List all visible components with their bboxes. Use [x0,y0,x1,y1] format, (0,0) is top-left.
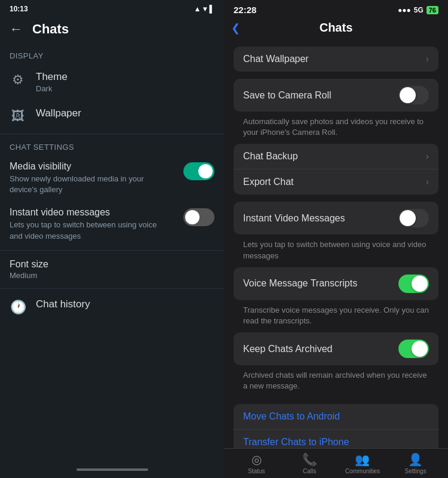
gap-2 [234,196,438,202]
group-instant-video: Instant Video Messages Lets you tap to s… [234,202,438,267]
chat-backup-label: Chat Backup [243,151,298,162]
keep-archived-cell[interactable]: Keep Chats Archived [234,332,438,365]
theme-subtitle: Dark [36,84,67,93]
right-panel: 22:28 ●●● 5G 76 ❮ Chats Chat Wallpaper › [224,0,448,478]
font-size-title: Font size [10,259,214,270]
chat-history-icon: 🕐 [10,300,26,315]
gap-1 [234,73,438,79]
voice-transcripts-toggle[interactable] [398,275,429,293]
chevron-icon-backup: › [426,151,429,162]
communities-tab-label: Communities [345,468,380,474]
wallpaper-icon: 🖼 [10,109,26,124]
right-status-icons: ●●● 5G 76 [398,6,438,14]
keep-archived-toggle[interactable] [398,340,429,358]
settings-tab-icon: 👤 [408,452,423,467]
transfer-chats-iphone-label: Transfer Chats to iPhone [243,437,349,447]
home-indicator [76,468,148,471]
instant-video-cell[interactable]: Instant Video Messages [234,202,438,235]
left-status-bar: 10:13 ▲ ▾ ▌ [0,0,224,16]
left-status-icons: ▲ ▾ ▌ [194,5,214,13]
group-wallpaper: Chat Wallpaper › [234,47,438,72]
chevron-icon: › [426,54,429,64]
group-voice-transcripts: Voice Message Transcripts Transcribe voi… [234,267,438,332]
save-camera-roll-desc: Automatically save photos and videos you… [234,113,438,144]
divider-2 [0,250,224,251]
signal-icon: ▲ [194,5,201,13]
chat-wallpaper-cell[interactable]: Chat Wallpaper › [234,47,438,72]
left-bottom-bar [0,461,224,478]
right-time: 22:28 [234,5,256,15]
chat-history-item[interactable]: 🕐 Chat history [0,291,224,322]
communities-tab-icon: 👥 [355,452,370,467]
ios-content: Chat Wallpaper › Save to Camera Roll Aut… [224,41,448,448]
save-camera-roll-toggle[interactable] [398,86,429,104]
keep-archived-label: Keep Chats Archived [243,344,332,354]
theme-icon: ⚙ [10,72,26,88]
wallpaper-title: Wallpaper [36,107,81,119]
group-camera-roll: Save to Camera Roll Automatically save p… [234,79,438,144]
signal-dots-icon: ●●● [398,6,411,14]
group-transfer: Move Chats to Android Transfer Chats to … [234,404,438,449]
font-size-row[interactable]: Font size Medium [0,253,224,286]
battery-icon: ▌ [209,5,214,13]
status-tab-icon: ◎ [251,452,262,467]
left-panel: 10:13 ▲ ▾ ▌ ← Chats Display ⚙ Theme Dark… [0,0,224,478]
group-backup: Chat Backup › Export Chat › [234,144,438,195]
calls-tab-icon: 📞 [302,452,317,467]
keep-archived-desc: Archived chats will remain archived when… [234,366,438,397]
transfer-chats-iphone-cell[interactable]: Transfer Chats to iPhone [234,430,438,449]
left-time: 10:13 [10,5,28,13]
save-camera-roll-cell[interactable]: Save to Camera Roll [234,79,438,112]
divider-1 [0,134,224,134]
voice-transcripts-desc: Transcribe voice messages you receive. O… [234,301,438,332]
move-chats-android-cell[interactable]: Move Chats to Android [234,404,438,430]
voice-transcripts-cell[interactable]: Voice Message Transcripts [234,267,438,300]
wifi-icon: ▾ [203,5,207,13]
group-keep-archived: Keep Chats Archived Archived chats will … [234,332,438,397]
chat-backup-cell[interactable]: Chat Backup › [234,144,438,169]
chat-wallpaper-label: Chat Wallpaper [243,54,309,64]
instant-video-title: Instant video messages [10,207,171,218]
media-visibility-title: Media visibility [10,161,171,172]
display-section-label: Display [0,45,224,64]
instant-video-desc: Lets you tap to switch between using voi… [10,220,171,241]
right-page-title: Chats [234,21,438,35]
network-label: 5G [414,6,424,14]
tab-communities[interactable]: 👥 Communities [345,452,381,474]
voice-transcripts-label: Voice Message Transcripts [243,278,357,289]
settings-tab-label: Settings [405,468,426,474]
chat-history-title: Chat history [36,298,90,310]
page-title: Chats [32,21,69,37]
save-camera-roll-label: Save to Camera Roll [243,90,332,101]
chevron-icon-export: › [426,177,429,187]
media-visibility-row: Media visibility Show newly downloaded m… [0,155,224,201]
instant-video-row: Instant video messages Lets you tap to s… [0,201,224,247]
instant-video-ios-desc: Lets you tap to switch between using voi… [234,236,438,267]
right-back-button[interactable]: ❮ [231,21,240,35]
tab-settings[interactable]: 👤 Settings [398,452,434,474]
theme-item[interactable]: ⚙ Theme Dark [0,64,224,100]
divider-3 [0,288,224,289]
wallpaper-item[interactable]: 🖼 Wallpaper [0,100,224,131]
tab-status[interactable]: ◎ Status [238,452,274,474]
instant-video-ios-toggle[interactable] [398,209,429,227]
ios-bottom-bar: ◎ Status 📞 Calls 👥 Communities 👤 Setting… [224,448,448,478]
left-header: ← Chats [0,16,224,45]
media-visibility-toggle[interactable] [183,162,214,180]
status-tab-label: Status [248,468,265,474]
chat-settings-section-label: Chat settings [0,137,224,155]
back-button[interactable]: ← [10,21,23,37]
instant-video-toggle[interactable] [183,208,214,226]
export-chat-label: Export Chat [243,177,293,187]
media-visibility-desc: Show newly downloaded media in your devi… [10,174,171,195]
move-chats-android-label: Move Chats to Android [243,411,340,421]
right-status-bar: 22:28 ●●● 5G 76 [224,0,448,16]
export-chat-cell[interactable]: Export Chat › [234,169,438,195]
font-size-value: Medium [10,271,214,280]
theme-title: Theme [36,71,67,83]
right-header: ❮ Chats [224,16,448,41]
tab-calls[interactable]: 📞 Calls [291,452,327,474]
battery-level: 76 [426,6,438,14]
gap-3 [234,398,438,404]
instant-video-ios-label: Instant Video Messages [243,213,345,224]
